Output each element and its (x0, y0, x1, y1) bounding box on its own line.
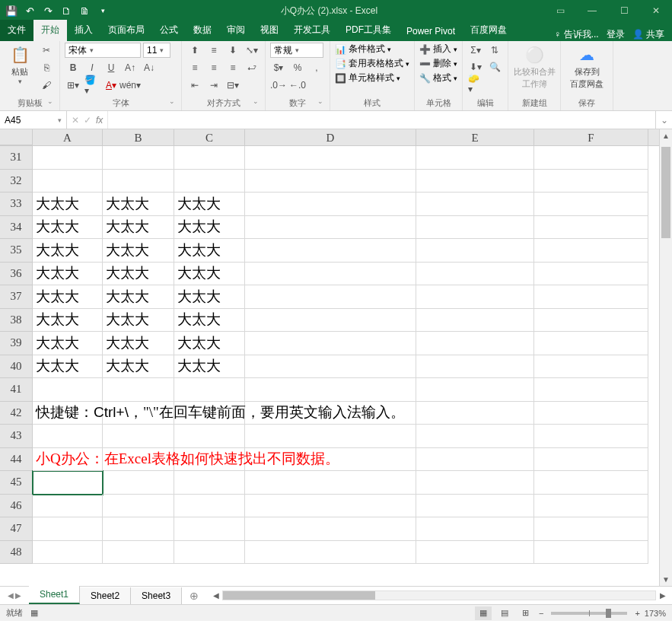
undo-icon[interactable]: ↶ (21, 2, 38, 19)
zoom-out-button[interactable]: − (539, 609, 543, 618)
cut-icon[interactable]: ✂ (38, 43, 55, 58)
preview-icon[interactable]: 🗎 (76, 2, 93, 19)
font-shrink-button[interactable]: A↓ (141, 60, 158, 75)
qat-dropdown-icon[interactable]: ▾ (94, 2, 111, 19)
align-center-button[interactable]: ≡ (205, 60, 222, 75)
tab-formulas[interactable]: 公式 (152, 20, 186, 41)
scroll-right-icon[interactable]: ▶ (656, 591, 669, 600)
cell-E39[interactable] (416, 332, 534, 355)
tab-pdf[interactable]: PDF工具集 (338, 20, 399, 41)
maximize-icon[interactable]: ☐ (608, 0, 640, 21)
save-icon[interactable]: 💾 (3, 2, 20, 19)
clear-button[interactable]: 🧽▾ (467, 76, 484, 91)
cell-A46[interactable] (33, 495, 103, 518)
cell-D48[interactable] (245, 541, 416, 565)
row-header-33[interactable]: 33 (0, 193, 33, 216)
cell-E35[interactable] (416, 239, 534, 263)
autosum-button[interactable]: Σ▾ (467, 43, 484, 58)
align-top-button[interactable]: ⬆ (186, 43, 203, 58)
cell-A47[interactable] (33, 517, 103, 541)
cell-B37[interactable]: 大太大 (103, 285, 174, 309)
row-header-36[interactable]: 36 (0, 263, 33, 286)
row-header-39[interactable]: 39 (0, 332, 33, 355)
cell-E33[interactable] (416, 193, 534, 216)
new-icon[interactable]: 🗋 (58, 2, 75, 19)
row-header-43[interactable]: 43 (0, 425, 33, 448)
cell-C32[interactable] (174, 170, 245, 193)
cell-B33[interactable]: 大太大 (103, 193, 174, 216)
cell-A48[interactable] (33, 541, 103, 565)
tab-baidu[interactable]: 百度网盘 (463, 20, 514, 41)
cell-C34[interactable]: 大太大 (174, 216, 245, 240)
scroll-thumb[interactable] (661, 147, 670, 238)
cell-E40[interactable] (416, 355, 534, 379)
cell-E37[interactable] (416, 285, 534, 309)
cell-C35[interactable]: 大太大 (174, 239, 245, 263)
percent-button[interactable]: % (289, 60, 306, 75)
font-color-button[interactable]: A▾ (103, 78, 119, 93)
sheet-tab-Sheet2[interactable]: Sheet2 (80, 587, 131, 604)
border-button[interactable]: ⊞▾ (65, 78, 81, 93)
expand-formula-icon[interactable]: ⌄ (655, 111, 672, 129)
row-header-31[interactable]: 31 (0, 146, 33, 170)
cell-C33[interactable]: 大太大 (174, 193, 245, 216)
tab-home[interactable]: 开始 (33, 20, 67, 41)
align-left-button[interactable]: ≡ (186, 60, 203, 75)
cell-D39[interactable] (245, 332, 416, 355)
align-middle-button[interactable]: ≡ (205, 43, 222, 58)
cell-D33[interactable] (245, 193, 416, 216)
cell-B41[interactable] (103, 378, 174, 402)
cell-A40[interactable]: 大太大 (33, 355, 103, 379)
formula-input[interactable] (108, 111, 655, 129)
cell-C37[interactable]: 大太大 (174, 285, 245, 309)
cell-A43[interactable] (33, 425, 103, 448)
cell-E46[interactable] (416, 495, 534, 518)
cell-B40[interactable]: 大太大 (103, 355, 174, 379)
tab-layout[interactable]: 页面布局 (100, 20, 152, 41)
row-header-38[interactable]: 38 (0, 309, 33, 333)
scroll-down-icon[interactable]: ▼ (660, 573, 672, 586)
vertical-scrollbar[interactable]: ▲ ▼ (659, 129, 672, 586)
cell-C39[interactable]: 大太大 (174, 332, 245, 355)
cell-F44[interactable] (534, 448, 648, 472)
row-header-44[interactable]: 44 (0, 448, 33, 472)
cell-A42[interactable]: 快捷键：Ctrl+\，"\"在回车键前面，要用英文输入法输入。 (33, 402, 103, 425)
col-header-A[interactable]: A (33, 129, 103, 145)
cell-E36[interactable] (416, 263, 534, 286)
bold-button[interactable]: B (65, 60, 81, 75)
cell-D35[interactable] (245, 239, 416, 263)
format-cells-button[interactable]: 🔧格式▾ (419, 72, 457, 84)
sort-button[interactable]: ⇅ (486, 43, 503, 58)
cell-D34[interactable] (245, 216, 416, 240)
format-painter-icon[interactable]: 🖌 (38, 78, 55, 93)
comma-button[interactable]: , (308, 60, 325, 75)
cell-C48[interactable] (174, 541, 245, 565)
cell-D31[interactable] (245, 146, 416, 170)
macro-icon[interactable]: ▦ (30, 608, 38, 618)
share-button[interactable]: 👤 共享 (632, 28, 664, 41)
scroll-up-icon[interactable]: ▲ (660, 129, 672, 142)
row-header-32[interactable]: 32 (0, 170, 33, 193)
row-header-35[interactable]: 35 (0, 239, 33, 263)
cell-B43[interactable] (103, 425, 174, 448)
cell-A41[interactable] (33, 378, 103, 402)
cell-B35[interactable]: 大太大 (103, 239, 174, 263)
cell-E38[interactable] (416, 309, 534, 333)
tab-powerpivot[interactable]: Power Pivot (399, 22, 463, 41)
sheet-tab-Sheet1[interactable]: Sheet1 (29, 586, 80, 604)
name-box[interactable]: A45▾ (0, 111, 67, 129)
cell-B36[interactable]: 大太大 (103, 263, 174, 286)
font-size-combo[interactable]: 11▾ (143, 43, 170, 58)
cell-B39[interactable]: 大太大 (103, 332, 174, 355)
currency-button[interactable]: $▾ (270, 60, 287, 75)
fx-icon[interactable]: fx (96, 115, 103, 126)
cell-B48[interactable] (103, 541, 174, 565)
row-header-47[interactable]: 47 (0, 517, 33, 541)
indent-dec-button[interactable]: ⇤ (186, 78, 203, 93)
col-header-E[interactable]: E (416, 129, 534, 145)
phonetic-button[interactable]: wén▾ (122, 78, 139, 93)
cell-A32[interactable] (33, 170, 103, 193)
row-header-45[interactable]: 45 (0, 471, 33, 495)
cell-B31[interactable] (103, 146, 174, 170)
cell-F31[interactable] (534, 146, 648, 170)
